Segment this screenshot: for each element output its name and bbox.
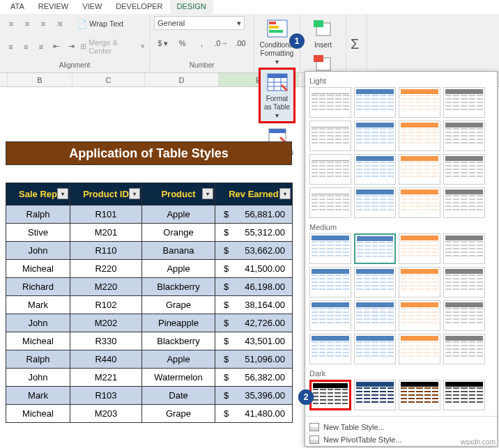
cell-pid[interactable]: M221 xyxy=(70,369,142,387)
cell-prod[interactable]: Apple xyxy=(142,350,215,369)
cell-pid[interactable]: R110 xyxy=(70,242,142,260)
filter-icon[interactable]: ▾ xyxy=(129,188,140,199)
table-style-swatch[interactable] xyxy=(443,267,485,298)
table-row[interactable]: StiveM201Orange55,312.00 xyxy=(6,224,293,242)
table-style-swatch[interactable] xyxy=(443,187,485,218)
cell-prod[interactable]: Grape xyxy=(142,296,215,314)
cell-prod[interactable]: Apple xyxy=(142,260,215,278)
table-style-swatch[interactable] xyxy=(443,380,485,410)
tab-view[interactable]: VIEW xyxy=(75,0,109,14)
filter-icon[interactable]: ▾ xyxy=(279,188,291,199)
table-style-swatch[interactable] xyxy=(309,187,351,218)
merge-center-button[interactable]: ⊞ Merge & Center ▾ xyxy=(80,38,145,55)
cell-rep[interactable]: Ralph xyxy=(6,350,70,369)
align-right-icon[interactable]: ≡ xyxy=(35,40,48,53)
align-center-icon[interactable]: ≡ xyxy=(20,40,33,53)
title-cell[interactable]: Application of Table Styles xyxy=(6,141,292,165)
table-style-swatch[interactable] xyxy=(354,334,396,364)
table-style-swatch[interactable] xyxy=(309,380,351,410)
table-style-swatch[interactable] xyxy=(309,300,351,331)
cell-prod[interactable]: Orange xyxy=(142,224,215,242)
table-row[interactable]: RalphR101Apple56,881.00 xyxy=(6,206,293,224)
header-product-id[interactable]: Product ID▾ xyxy=(70,183,142,206)
header-product[interactable]: Product▾ xyxy=(142,183,215,206)
cell-prod[interactable]: Blackberry xyxy=(142,278,215,296)
decrease-decimal-button[interactable]: .00 xyxy=(231,39,250,53)
table-style-swatch[interactable] xyxy=(443,87,485,118)
col-header-b[interactable]: B xyxy=(8,73,72,86)
cell-rep[interactable]: John xyxy=(6,314,70,332)
new-table-style-button[interactable]: New Table Style... xyxy=(309,421,493,433)
filter-icon[interactable]: ▾ xyxy=(57,188,68,199)
cell-rev[interactable]: 56,881.00 xyxy=(215,206,293,224)
cell-rev[interactable]: 35,396.00 xyxy=(215,387,293,405)
table-style-swatch[interactable] xyxy=(399,380,440,410)
table-style-swatch[interactable] xyxy=(354,121,396,151)
table-row[interactable]: RalphR440Apple51,096.00 xyxy=(6,350,293,369)
cell-pid[interactable]: R101 xyxy=(70,206,142,224)
align-bottom-icon[interactable]: ≡ xyxy=(36,17,50,30)
table-row[interactable]: MichealM203Grape41,480.00 xyxy=(6,405,293,423)
cell-rev[interactable]: 41,500.00 xyxy=(215,260,293,278)
cell-prod[interactable]: Banana xyxy=(142,242,215,260)
cell-rep[interactable]: Mark xyxy=(6,387,70,405)
table-style-swatch[interactable] xyxy=(309,334,351,364)
format-as-table-button[interactable]: Format as Table▾ xyxy=(259,68,295,123)
table-style-swatch[interactable] xyxy=(399,300,440,331)
tab-design[interactable]: DESIGN xyxy=(170,0,213,14)
table-style-swatch[interactable] xyxy=(443,300,485,331)
cell-pid[interactable]: R330 xyxy=(70,332,142,350)
currency-button[interactable]: $ ▾ xyxy=(154,39,172,53)
cell-pid[interactable]: R103 xyxy=(70,387,142,405)
cell-rev[interactable]: 46,198.00 xyxy=(215,278,293,296)
cell-rep[interactable]: Ralph xyxy=(6,206,70,224)
wrap-text-button[interactable]: 📄 Wrap Text xyxy=(77,20,123,29)
cell-rep[interactable]: John xyxy=(6,242,70,260)
cell-pid[interactable]: M201 xyxy=(70,224,142,242)
cell-rev[interactable]: 38,164.00 xyxy=(215,296,293,314)
cell-rep[interactable]: Stive xyxy=(6,224,70,242)
header-rev-earned[interactable]: Rev Earned▾ xyxy=(215,183,293,206)
number-format-select[interactable]: General ▾ xyxy=(154,16,245,30)
cell-rev[interactable]: 43,501.00 xyxy=(215,332,293,350)
cell-pid[interactable]: R440 xyxy=(70,350,142,369)
cell-rep[interactable]: Micheal xyxy=(6,260,70,278)
cell-rep[interactable]: Mark xyxy=(6,296,70,314)
table-style-swatch[interactable] xyxy=(399,87,440,118)
table-style-swatch[interactable] xyxy=(399,154,440,185)
table-style-swatch[interactable] xyxy=(354,267,396,298)
cell-rep[interactable]: Micheal xyxy=(6,405,70,423)
indent-increase-icon[interactable]: ⇥ xyxy=(65,40,78,53)
cell-rev[interactable]: 55,312.00 xyxy=(215,224,293,242)
cell-prod[interactable]: Date xyxy=(142,387,215,405)
table-row[interactable]: MarkR102Grape38,164.00 xyxy=(6,296,293,314)
percent-button[interactable]: % xyxy=(174,39,192,53)
insert-button[interactable]: Insert xyxy=(305,16,341,51)
cell-rep[interactable]: Richard xyxy=(6,278,70,296)
autosum-icon[interactable]: Σ xyxy=(351,36,359,52)
table-row[interactable]: JohnM221Watermelon56,382.00 xyxy=(6,369,293,387)
table-style-swatch[interactable] xyxy=(443,233,485,264)
cell-rev[interactable]: 56,382.00 xyxy=(215,369,293,387)
table-style-swatch[interactable] xyxy=(354,233,396,264)
table-style-swatch[interactable] xyxy=(399,334,440,364)
cell-rev[interactable]: 41,480.00 xyxy=(215,405,293,423)
cell-pid[interactable]: M203 xyxy=(70,405,142,423)
cell-rev[interactable]: 42,726.00 xyxy=(215,314,293,332)
tab-developer[interactable]: DEVELOPER xyxy=(109,0,169,14)
table-style-swatch[interactable] xyxy=(309,121,351,151)
tab-review[interactable]: REVIEW xyxy=(31,0,75,14)
table-style-swatch[interactable] xyxy=(309,267,351,298)
table-style-swatch[interactable] xyxy=(309,233,351,264)
table-style-swatch[interactable] xyxy=(443,121,485,151)
cell-pid[interactable]: M202 xyxy=(70,314,142,332)
table-style-swatch[interactable] xyxy=(354,154,396,185)
cell-rep[interactable]: John xyxy=(6,369,70,387)
orientation-icon[interactable]: ⤭ xyxy=(52,17,66,30)
align-top-icon[interactable]: ≡ xyxy=(4,17,18,30)
table-style-swatch[interactable] xyxy=(309,87,351,118)
table-row[interactable]: RichardM220Blackberry46,198.00 xyxy=(6,278,293,296)
table-row[interactable]: MichealR330Blackberry43,501.00 xyxy=(6,332,293,350)
cell-pid[interactable]: R220 xyxy=(70,260,142,278)
filter-icon[interactable]: ▾ xyxy=(202,188,213,199)
